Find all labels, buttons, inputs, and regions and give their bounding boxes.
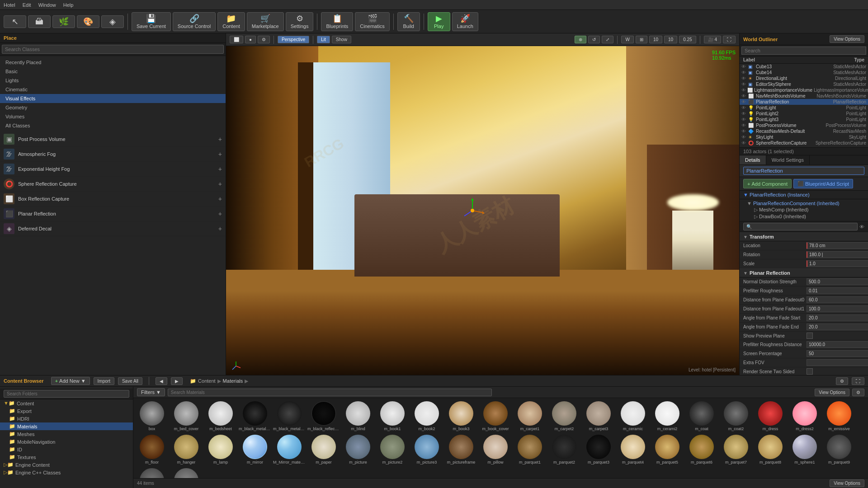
- cat-basic[interactable]: Basic: [0, 67, 226, 76]
- play-btn[interactable]: ▶ Play: [428, 12, 450, 31]
- component-sub-row2[interactable]: ▷ DrawBox0 (Inherited): [747, 213, 864, 220]
- cat-geometry[interactable]: Geometry: [0, 103, 226, 112]
- details-instance-header[interactable]: ▼ PlanarReflection (Instance): [740, 191, 868, 199]
- viewport-settings-btn[interactable]: ⚙: [258, 36, 270, 43]
- source-control-btn[interactable]: 🔗 Source Control: [173, 12, 216, 31]
- translate-btn[interactable]: ⊕: [575, 36, 586, 43]
- add-new-btn[interactable]: + Add New ▼: [51, 377, 90, 385]
- nav-forward-btn[interactable]: ▶: [171, 377, 183, 385]
- prefilter-roughness-input[interactable]: [807, 287, 868, 294]
- material-item[interactable]: box: [135, 400, 169, 432]
- menu-edit[interactable]: Edit: [23, 2, 31, 8]
- list-item[interactable]: ⬛ Planar Reflection +: [0, 206, 226, 221]
- outliner-row[interactable]: 👁 ⭕ SphereReflectionCapture SphereReflec…: [740, 140, 868, 146]
- build-btn[interactable]: 🔨 Build: [397, 12, 420, 31]
- material-item[interactable]: m_coat: [685, 400, 718, 432]
- list-item[interactable]: 🌫 Exponential Height Fog +: [0, 162, 226, 177]
- outliner-row[interactable]: 👁 💡 PointLight2 PointLight: [740, 111, 868, 117]
- cat-all-classes[interactable]: All Classes: [0, 121, 226, 130]
- outliner-row[interactable]: 👁 ⬜ NavMeshBoundsVolume NavMeshBoundsVol…: [740, 93, 868, 99]
- planar-section-header[interactable]: ▼ Planar Reflection: [740, 268, 868, 277]
- eye-icon[interactable]: 👁: [741, 70, 747, 75]
- nav-back-btn[interactable]: ◀: [156, 377, 167, 385]
- breadcrumb-content[interactable]: Content: [198, 378, 216, 384]
- material-item[interactable]: M_Mirror_material: [273, 433, 306, 466]
- material-item[interactable]: m_parquet8: [754, 433, 787, 466]
- material-item[interactable]: m_parquet2: [547, 433, 581, 466]
- eye-icon[interactable]: 👁: [741, 88, 746, 93]
- eye-icon[interactable]: 👁: [741, 64, 747, 69]
- folder-item[interactable]: 📁 Export: [0, 407, 133, 415]
- cat-cinematic[interactable]: Cinematic: [0, 85, 226, 94]
- two-sided-checkbox[interactable]: [807, 368, 813, 375]
- material-item[interactable]: m_book_cover: [479, 400, 512, 432]
- material-item[interactable]: m_black_reflective: [307, 400, 340, 432]
- show-btn[interactable]: Show: [332, 36, 351, 43]
- outliner-view-options[interactable]: View Options: [830, 35, 864, 43]
- camera-speed-btn[interactable]: 🎥 4: [704, 36, 721, 43]
- angle-fade-end-input[interactable]: [807, 324, 868, 330]
- 3d-viewport[interactable]: RRCG 人人素材 91.60 FPS 10.92ms Level: hotel…: [226, 46, 739, 375]
- place-search-input[interactable]: [2, 45, 224, 54]
- cb-expand-btn[interactable]: ⛶: [852, 377, 864, 385]
- outliner-row[interactable]: 👁 ☀ DirectionalLight DirectionalLight: [740, 75, 868, 81]
- material-item[interactable]: m_book1: [376, 400, 409, 432]
- settings-btn[interactable]: ⚙ Settings: [286, 12, 314, 31]
- details-filter-input[interactable]: [743, 223, 858, 230]
- distance-fade-start-input[interactable]: [807, 296, 868, 303]
- component-sub-row[interactable]: ▷ MeshComp (Inherited): [747, 206, 864, 213]
- save-all-btn[interactable]: Save All: [118, 377, 142, 385]
- add-exp-fog-btn[interactable]: +: [218, 165, 222, 173]
- material-item[interactable]: m_picture3: [410, 433, 443, 466]
- filters-btn[interactable]: Filters ▼: [137, 388, 165, 396]
- outliner-row-selected[interactable]: 👁 ⬛ PlanarReflection PlanarReflection: [740, 99, 868, 105]
- transform-gizmo[interactable]: [459, 197, 486, 224]
- folder-item[interactable]: ▷📁 Engine C++ Classes: [0, 469, 133, 476]
- material-item[interactable]: m_picture: [341, 433, 375, 466]
- material-item[interactable]: m_dress: [754, 400, 787, 432]
- launch-btn[interactable]: 🚀 Launch: [452, 12, 478, 31]
- material-item[interactable]: m_pictureframe: [444, 433, 478, 466]
- distance-fade-end-input[interactable]: [807, 305, 868, 312]
- material-item[interactable]: m_paper: [307, 433, 340, 466]
- viewport-maximize-btn[interactable]: ⬜: [230, 36, 243, 43]
- normal-distortion-input[interactable]: [807, 278, 868, 285]
- tab-world-settings[interactable]: World Settings: [766, 155, 810, 164]
- outliner-row[interactable]: 👁 ⬜ PostProcessVolume PostProcessVolume: [740, 122, 868, 128]
- add-atmo-fog-btn[interactable]: +: [218, 150, 222, 158]
- material-item[interactable]: m_parquet5: [651, 433, 684, 466]
- eye-icon[interactable]: 👁: [741, 141, 747, 145]
- material-item[interactable]: m_ceramic: [616, 400, 650, 432]
- eye-icon[interactable]: 👁: [741, 117, 747, 122]
- blueprint-script-btn[interactable]: ⬛ Blueprint/Add Script: [793, 179, 853, 188]
- eye-icon[interactable]: 👁: [741, 76, 747, 81]
- material-item[interactable]: m_carpet3: [582, 400, 615, 432]
- cat-visual-effects[interactable]: Visual Effects: [0, 94, 226, 103]
- material-item[interactable]: m_emissive: [822, 400, 856, 432]
- outliner-row[interactable]: 👁 ▣ EditorSkyStphere StaticMeshActor: [740, 81, 868, 87]
- foliage-mode-btn[interactable]: 🌿: [52, 15, 75, 28]
- cat-volumes[interactable]: Volumes: [0, 112, 226, 121]
- list-item[interactable]: ◈ Deferred Decal +: [0, 221, 226, 236]
- marketplace-btn[interactable]: 🛒 Marketplace: [247, 12, 284, 31]
- outliner-row[interactable]: 👁 ▣ Cube13 StaticMeshActor: [740, 64, 868, 70]
- material-item[interactable]: m_book3: [444, 400, 478, 432]
- cb-settings-btn[interactable]: ⚙: [836, 377, 848, 385]
- material-item[interactable]: m_parquet11: [170, 467, 203, 478]
- scale-btn[interactable]: ⤢: [602, 36, 613, 43]
- material-item[interactable]: m_coat2: [719, 400, 753, 432]
- eye-icon[interactable]: 👁: [741, 111, 747, 116]
- cinematics-btn[interactable]: 🎬 Cinematics: [355, 12, 389, 31]
- geometry-edit-btn[interactable]: ◈: [101, 15, 124, 28]
- add-component-btn[interactable]: + Add Component: [743, 179, 792, 188]
- breadcrumb-materials[interactable]: Materials: [223, 378, 243, 384]
- material-item[interactable]: m_parquet3: [582, 433, 615, 466]
- material-item[interactable]: m_mirror: [238, 433, 272, 466]
- folder-item-selected[interactable]: 📁 Materials: [0, 422, 133, 430]
- menu-window[interactable]: Window: [38, 2, 56, 8]
- eye-icon[interactable]: 👁: [741, 135, 747, 140]
- material-item[interactable]: m_bed_cover: [170, 400, 203, 432]
- location-x-input[interactable]: [807, 242, 868, 249]
- cat-recently-placed[interactable]: Recently Placed: [0, 58, 226, 67]
- folder-item[interactable]: ▷📁 Engine Content: [0, 461, 133, 469]
